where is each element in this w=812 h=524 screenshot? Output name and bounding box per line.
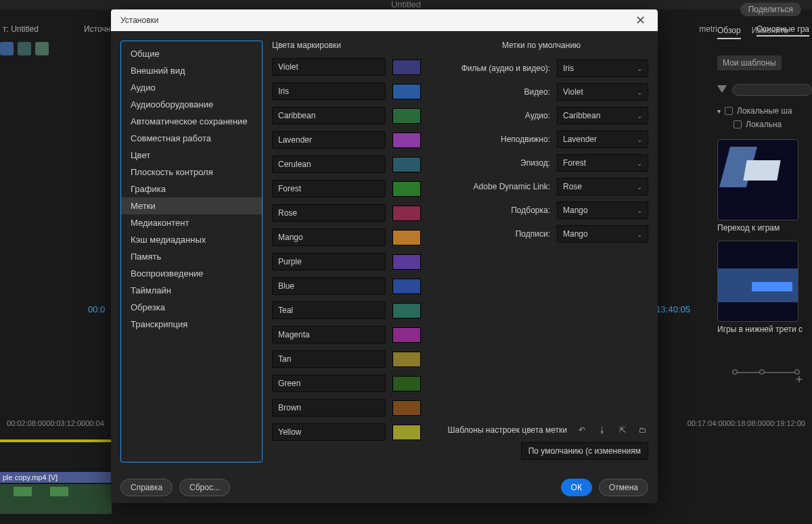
cancel-button[interactable]: Отмена [599,479,648,496]
color-swatch[interactable] [392,279,421,294]
color-name-input[interactable] [272,107,386,124]
color-swatch[interactable] [392,84,421,99]
close-icon[interactable]: ✕ [633,13,648,28]
checkbox[interactable] [734,120,742,128]
color-name-input[interactable] [272,253,386,270]
metri-label: metri [699,24,717,34]
checkbox[interactable] [725,107,733,115]
default-select[interactable]: Forest⌄ [557,154,648,172]
tab-overview[interactable]: Обзор [717,26,741,39]
category-item[interactable]: Медиаконтент [121,214,262,231]
tab-edit[interactable]: Изменить [752,26,788,39]
select-value: Lavender [563,135,597,144]
source-tab[interactable]: Источн [84,24,110,34]
default-select[interactable]: Mango⌄ [557,225,648,243]
audio-clip[interactable] [0,484,112,514]
category-item[interactable]: Память [121,248,262,265]
color-name-input[interactable] [272,131,386,149]
category-item[interactable]: Воспроизведение [121,265,262,282]
undo-icon[interactable]: ↶ [577,425,587,435]
color-name-input[interactable] [272,58,386,76]
color-swatch[interactable] [392,181,421,197]
project-tab[interactable]: т: Untitled [3,24,39,34]
color-swatch[interactable] [392,133,421,148]
category-item[interactable]: Автоматическое сохранение [121,113,262,130]
category-item[interactable]: Аудио [121,79,262,96]
color-swatch[interactable] [392,327,421,343]
color-name-input[interactable] [272,277,386,295]
ok-button[interactable]: ОК [561,479,592,496]
chevron-down-icon: ⌄ [637,65,642,72]
default-select[interactable]: Iris⌄ [557,59,648,77]
default-row: Подписи:Mango⌄ [434,225,648,243]
default-select[interactable]: Violet⌄ [557,83,648,101]
color-name-input[interactable] [272,82,386,100]
color-name-input[interactable] [272,375,386,392]
default-preset-button[interactable]: По умолчанию (с изменениям [521,442,648,460]
category-item[interactable]: Цвет [121,147,262,164]
color-swatch[interactable] [392,376,421,391]
color-name-input[interactable] [272,326,386,343]
color-swatch[interactable] [392,206,421,221]
category-item[interactable]: Обрезка [121,299,262,316]
color-swatch[interactable] [392,425,421,440]
category-item[interactable]: Совместная работа [121,130,262,147]
color-swatch[interactable] [392,303,421,318]
chevron-down-icon: ▾ [717,108,721,115]
color-name-input[interactable] [272,350,386,368]
download-icon[interactable]: ⭳ [597,425,608,435]
default-select[interactable]: Lavender⌄ [557,130,648,148]
search-input[interactable] [732,84,812,96]
template-thumbnail[interactable] [717,241,798,322]
filter-icon[interactable] [717,85,727,95]
color-name-input[interactable] [272,180,386,197]
color-name-input[interactable] [272,302,386,319]
category-item[interactable]: Метки [121,197,262,214]
default-label: Аудио: [434,111,550,120]
dialog-title: Установки [120,16,158,25]
color-name-input[interactable] [272,399,386,416]
color-name-input[interactable] [272,156,386,173]
category-item[interactable]: Таймлайн [121,282,262,299]
category-item[interactable]: Графика [121,181,262,197]
template-thumbnail[interactable] [717,139,798,220]
color-name-input[interactable] [272,204,386,222]
chevron-down-icon: ⌄ [637,112,642,120]
color-swatch[interactable] [392,230,421,245]
video-clip[interactable]: ple copy.mp4 [V] [0,472,112,483]
category-item[interactable]: Транскрипция [121,316,262,333]
color-swatch[interactable] [392,352,421,367]
category-item[interactable]: Аудиооборудование [121,96,262,113]
color-swatch[interactable] [392,59,421,75]
category-item[interactable]: Плоскость контроля [121,164,262,181]
chevron-down-icon: ⌄ [637,183,642,191]
tree-row-root[interactable]: ▾ Локальные ша [717,104,812,118]
default-row: Эпизод:Forest⌄ [434,154,648,172]
color-swatch[interactable] [392,157,421,172]
color-swatch[interactable] [392,254,421,270]
share-button[interactable]: Поделиться [740,3,801,16]
chevron-down-icon: ⌄ [637,136,642,143]
color-name-input[interactable] [272,229,386,246]
default-row: Подборка:Mango⌄ [434,201,648,219]
folder-icon[interactable]: 🗀 [637,425,648,435]
add-button[interactable]: ＋ [793,371,805,387]
category-item[interactable]: Общие [121,45,262,62]
help-button[interactable]: Справка [120,479,173,496]
reset-button[interactable]: Сброс... [179,479,230,496]
select-value: Forest [563,158,586,168]
category-item[interactable]: Внешний вид [121,62,262,79]
color-swatch[interactable] [392,108,421,124]
select-value: Mango [563,206,588,215]
tree-row-child[interactable]: Локальна [717,118,812,131]
my-templates-button[interactable]: Мои шаблоны [717,55,782,70]
color-row [272,277,421,295]
default-select[interactable]: Rose⌄ [557,178,648,195]
default-select[interactable]: Caribbean⌄ [557,107,648,124]
color-swatch[interactable] [392,400,421,416]
zoom-slider[interactable] [732,369,800,376]
default-select[interactable]: Mango⌄ [557,201,648,219]
export-icon[interactable]: ⇱ [617,425,628,435]
color-name-input[interactable] [272,423,386,441]
category-item[interactable]: Кэш медиаданных [121,231,262,248]
